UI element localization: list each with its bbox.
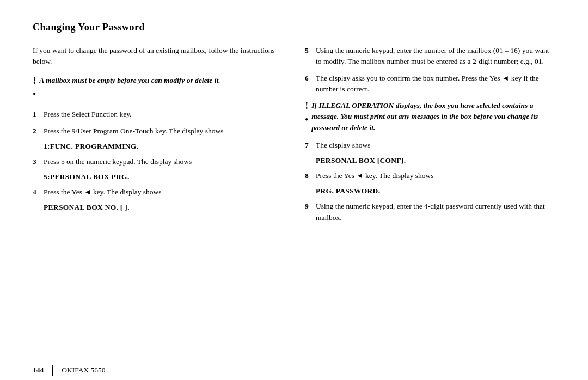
step-8: 8 Press the Yes ◄ key. The display shows xyxy=(305,170,555,181)
warning-block-left: ! • A mailbox must be empty before you c… xyxy=(33,75,283,102)
step-3: 3 Press 5 on the numeric keypad. The dis… xyxy=(33,156,283,167)
page-title: Changing Your Password xyxy=(33,22,555,33)
step-number-7: 7 xyxy=(305,140,313,151)
step-number-4: 4 xyxy=(33,187,40,198)
right-column: 5 Using the numeric keypad, enter the nu… xyxy=(305,45,555,360)
step-9: 9 Using the numeric keypad, enter the 4-… xyxy=(305,201,555,223)
intro-text: If you want to change the password of an… xyxy=(33,45,283,68)
step-4: 4 Press the Yes ◄ key. The display shows xyxy=(33,187,283,198)
warning-icon-right: ! xyxy=(305,100,308,112)
step-text-9: Using the numeric keypad, enter the 4-di… xyxy=(316,201,555,223)
footer: 144 OKIFAX 5650 xyxy=(33,360,555,380)
display-text-4: PERSONAL BOX [CONF]. xyxy=(316,156,555,165)
step-text-6: The display asks you to confirm the box … xyxy=(316,73,555,95)
display-text-3: PERSONAL BOX NO. [ ]. xyxy=(44,203,283,212)
step-number-6: 6 xyxy=(305,73,313,95)
warning-text-left: A mailbox must be empty before you can m… xyxy=(39,75,220,86)
display-text-2: 5:PERSONAL BOX PRG. xyxy=(44,173,283,181)
step-text-1: Press the Select Function key. xyxy=(44,109,131,120)
step-text-8: Press the Yes ◄ key. The display shows xyxy=(316,170,434,181)
step-number-5: 5 xyxy=(305,45,313,68)
step-text-3: Press 5 on the numeric keypad. The displ… xyxy=(44,156,192,167)
warning-icon: ! xyxy=(33,75,36,87)
step-text-7: The display shows xyxy=(316,140,371,151)
step-number-1: 1 xyxy=(33,109,40,120)
step-number-3: 3 xyxy=(33,156,40,167)
content-area: If you want to change the password of an… xyxy=(33,45,555,360)
warning-icons-col: ! • xyxy=(33,75,36,102)
left-column: If you want to change the password of an… xyxy=(33,45,283,360)
warning-text-right: If ILLEGAL OPERATION displays, the box y… xyxy=(311,100,555,133)
display-text-5: PRG. PASSWORD. xyxy=(316,187,555,195)
warning-icons-col-right: ! • xyxy=(305,100,308,127)
step-number-8: 8 xyxy=(305,170,313,181)
step-2: 2 Press the 9/User Program One-Touch key… xyxy=(33,126,283,137)
warning-block-right: ! • If ILLEGAL OPERATION displays, the b… xyxy=(305,100,555,133)
page-container: Changing Your Password If you want to ch… xyxy=(0,0,588,380)
step-1: 1 Press the Select Function key. xyxy=(33,109,283,120)
step-number-2: 2 xyxy=(33,126,40,137)
display-text-1: 1:FUNC. PROGRAMMING. xyxy=(44,142,283,151)
step-text-2: Press the 9/User Program One-Touch key. … xyxy=(44,126,224,137)
footer-divider xyxy=(52,365,53,376)
step-text-4: Press the Yes ◄ key. The display shows xyxy=(44,187,162,198)
step-6: 6 The display asks you to confirm the bo… xyxy=(305,73,555,95)
step-7: 7 The display shows xyxy=(305,140,555,151)
bullet-dot: • xyxy=(33,88,36,101)
page-number: 144 xyxy=(33,366,44,375)
step-number-9: 9 xyxy=(305,201,313,223)
bullet-dot-right: • xyxy=(305,113,308,127)
footer-brand: OKIFAX 5650 xyxy=(62,366,105,375)
step-text-5: Using the numeric keypad, enter the numb… xyxy=(316,45,555,68)
step-5: 5 Using the numeric keypad, enter the nu… xyxy=(305,45,555,68)
